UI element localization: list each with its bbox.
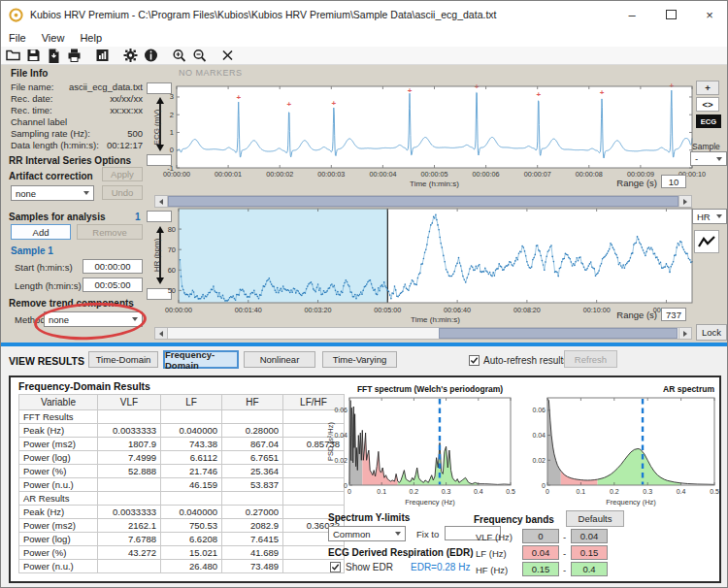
svg-text:Time (h:min:s): Time (h:min:s) [410, 180, 459, 188]
svg-text:0.02: 0.02 [334, 457, 347, 464]
scroll-left-icon[interactable] [155, 196, 168, 207]
table-header: HF [222, 395, 283, 410]
table-cell [161, 492, 222, 506]
refresh-button[interactable]: Refresh [564, 350, 617, 368]
add-sample-button[interactable]: Add [11, 224, 71, 240]
info-icon[interactable] [143, 48, 159, 63]
results-panel-title: Frequency-Domain Results [18, 380, 150, 392]
scrollbar-thumb[interactable] [168, 196, 678, 207]
file-info-row: Rec. time:xx:xx:xx [11, 105, 143, 115]
undo-button[interactable]: Undo [102, 185, 143, 200]
remove-sample-button[interactable]: Remove [77, 224, 143, 240]
edr-value: EDR=0.28 Hz [411, 562, 470, 572]
scroll-right-icon[interactable] [678, 196, 691, 207]
table-row: Peak (Hz)0.00333330.0400000.28000 [19, 424, 345, 438]
scroll-right-icon[interactable] [678, 328, 691, 339]
sample-region [179, 209, 387, 303]
vlf-from-input[interactable]: 0 [522, 529, 559, 543]
lf-from-input[interactable]: 0.04 [522, 545, 559, 560]
r-peak-marker: + [536, 90, 541, 99]
table-cell: 0.0033333 [98, 506, 161, 519]
svg-text:0.1: 0.1 [377, 488, 386, 495]
lf-to-input[interactable]: 0.15 [571, 545, 608, 560]
scroll-left-icon[interactable] [155, 328, 168, 339]
svg-text:-1: -1 [167, 164, 174, 173]
table-cell: 0.28000 [222, 424, 283, 438]
table-cell [98, 560, 161, 573]
waveform-icon [697, 234, 716, 249]
svg-text:00:00:04: 00:00:04 [369, 170, 396, 179]
table-cell: 6.6208 [161, 533, 222, 546]
table-header: VLF [98, 395, 161, 410]
svg-text:0: 0 [344, 482, 347, 489]
ecg-expand-button[interactable]: <> [696, 97, 719, 112]
menu-help[interactable]: Help [72, 32, 110, 44]
tab-frequency-domain[interactable]: Frequency-Domain [163, 350, 239, 369]
save-icon[interactable] [25, 48, 42, 63]
hr-scrollbar[interactable] [154, 327, 692, 340]
apply-button[interactable]: Apply [102, 167, 143, 181]
sample-title: Sample 1 [11, 245, 53, 256]
zoom-out-icon[interactable] [191, 48, 208, 63]
frequency-results-table: VariableVLFLFHFLF/HFFFT ResultsPeak (Hz)… [18, 394, 345, 573]
report-icon[interactable] [94, 48, 111, 63]
hr-range-input[interactable] [661, 308, 686, 321]
hf-to-input[interactable]: 0.4 [571, 562, 608, 576]
zoom-in-icon[interactable] [171, 48, 187, 63]
r-peak-marker: + [286, 100, 291, 109]
table-cell: 25.364 [222, 465, 283, 478]
close-x-icon[interactable] [219, 48, 236, 63]
scrollbar-thumb[interactable] [439, 328, 678, 339]
table-cell: Power (ms2) [19, 438, 98, 451]
table-row: Power (n.u.)26.48073.489 [19, 560, 345, 573]
band-separator: - [563, 565, 566, 575]
hr-trend-button[interactable] [694, 230, 719, 253]
sample-select[interactable]: - [690, 151, 727, 166]
tab-time-varying[interactable]: Time-Varying [322, 351, 397, 368]
svg-text:0.5: 0.5 [710, 488, 719, 495]
export-file-icon[interactable] [46, 48, 62, 63]
svg-text:3: 3 [170, 92, 174, 101]
tab-nonlinear[interactable]: Nonlinear [244, 351, 315, 368]
table-cell: 21.746 [161, 465, 222, 478]
vlf-to-input[interactable]: 0.04 [571, 529, 608, 543]
svg-text:0.5: 0.5 [506, 488, 515, 495]
table-cell: Power (n.u.) [19, 478, 98, 492]
ecg-add-marker-button[interactable]: + [696, 81, 719, 95]
svg-text:00:00:00: 00:00:00 [165, 306, 192, 314]
hr-signal-select[interactable]: HR [692, 209, 727, 224]
svg-text:00:00:07: 00:00:07 [524, 170, 551, 179]
svg-text:0.1: 0.1 [577, 488, 586, 495]
table-row: Power (n.u.)46.15953.837 [19, 478, 345, 492]
show-edr-checkbox[interactable] [330, 562, 341, 572]
table-cell: 7.6788 [98, 533, 161, 546]
table-cell: 0.040000 [161, 506, 222, 519]
close-button[interactable]: × [690, 1, 728, 28]
table-cell: Power (n.u.) [19, 560, 98, 573]
title-bar: Kubios HRV Premium - C:\Program Files\Ku… [1, 1, 728, 28]
defaults-button[interactable]: Defaults [566, 510, 624, 527]
tab-time-domain[interactable]: Time-Domain [88, 351, 158, 368]
spectrum-ylimits-select[interactable]: Common [328, 526, 406, 541]
print-icon[interactable] [66, 48, 83, 63]
maximize-button[interactable] [651, 1, 690, 28]
open-folder-icon[interactable] [5, 48, 21, 63]
svg-text:1: 1 [170, 128, 174, 137]
r-peak-marker: + [332, 99, 337, 108]
length-input[interactable] [83, 278, 143, 292]
table-cell [98, 410, 161, 424]
minimize-button[interactable]: – [612, 1, 651, 28]
ecg-signal-button[interactable]: ECG [696, 114, 721, 128]
hf-from-input[interactable]: 0.15 [522, 562, 559, 576]
start-input[interactable] [83, 259, 143, 274]
menu-view[interactable]: View [34, 32, 73, 44]
ecg-range-label: Range (s) [583, 178, 657, 188]
auto-refresh-checkbox[interactable] [469, 355, 480, 366]
menu-file[interactable]: File [1, 32, 34, 44]
artifact-correction-select[interactable]: none [11, 185, 94, 201]
ecg-range-input[interactable] [661, 175, 686, 188]
svg-text:0.2: 0.2 [610, 488, 619, 495]
settings-gear-icon[interactable] [122, 48, 139, 63]
table-cell: 0.27000 [222, 506, 283, 519]
lock-button[interactable]: Lock [696, 324, 727, 341]
